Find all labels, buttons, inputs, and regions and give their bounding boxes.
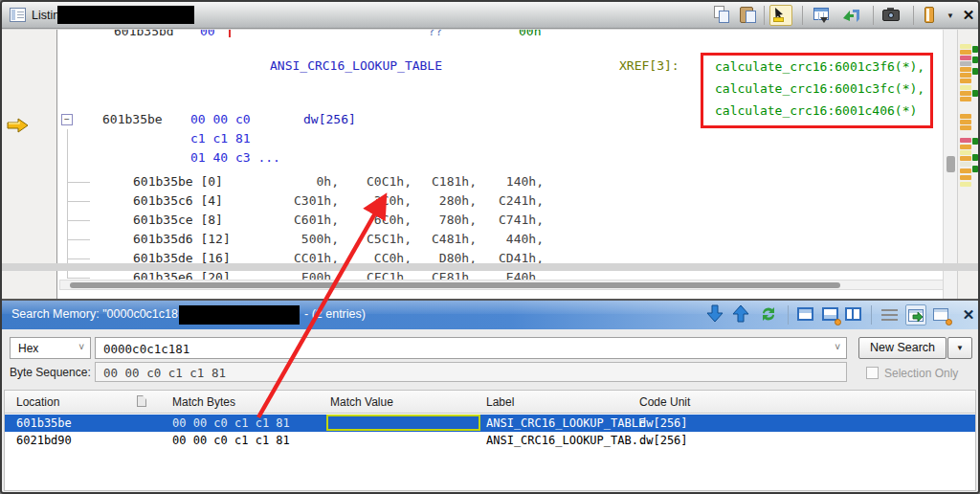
data-block-line[interactable]: c1 c1 81 bbox=[2, 131, 47, 146]
scroll-marker[interactable] bbox=[960, 79, 971, 83]
array-value: 140h, bbox=[477, 174, 544, 189]
listing-panel[interactable]: 601b35bd 00 ?? 00h ANSI_CRC16_LOOKUP_TAB… bbox=[2, 30, 978, 299]
new-search-dropdown-button[interactable]: ▼ bbox=[947, 337, 972, 359]
bookmarks-icon[interactable] bbox=[921, 5, 944, 26]
scroll-marker[interactable] bbox=[960, 156, 971, 161]
scroll-marker[interactable] bbox=[960, 175, 971, 180]
column-header-match-value[interactable]: Match Value bbox=[330, 395, 393, 409]
scroll-marker[interactable] bbox=[960, 114, 971, 119]
paste-icon[interactable] bbox=[737, 5, 760, 26]
green-arrow-glyph bbox=[912, 311, 924, 323]
book-page bbox=[926, 9, 929, 21]
scrollbar-thumb[interactable] bbox=[947, 156, 955, 172]
vertical-scrollbar[interactable] bbox=[943, 30, 957, 299]
array-value: 280h, bbox=[410, 193, 477, 208]
operand: 00h bbox=[519, 30, 541, 38]
column-header-match-bytes[interactable]: Match Bytes bbox=[172, 395, 235, 409]
column-header-code-unit[interactable]: Code Unit bbox=[639, 395, 690, 409]
tree-connector bbox=[67, 258, 90, 259]
xref-header: XREF[3]: bbox=[619, 58, 679, 73]
scroll-marker[interactable] bbox=[960, 61, 971, 66]
array-value: C601h, bbox=[272, 213, 339, 227]
camera-lens bbox=[888, 12, 894, 18]
toolbar-separator bbox=[764, 6, 765, 25]
address: 601b35bd bbox=[114, 30, 174, 38]
scroll-marker[interactable] bbox=[960, 125, 971, 130]
menu-lines-icon[interactable] bbox=[880, 304, 901, 326]
scroll-marker[interactable] bbox=[960, 150, 971, 155]
label-line[interactable]: ANSI_CRC16_LOOKUP_TABLE XREF[3]: bbox=[2, 58, 47, 74]
scroll-marker[interactable] bbox=[972, 68, 978, 75]
layout-bottom-icon[interactable] bbox=[820, 304, 841, 326]
scroll-marker[interactable] bbox=[960, 73, 971, 78]
address-and-index: 601b35be [0] bbox=[133, 174, 223, 189]
scroll-marker[interactable] bbox=[960, 168, 971, 173]
results-table-header[interactable]: Location Match Bytes Match Value Label C… bbox=[5, 391, 975, 414]
orange-dot bbox=[946, 319, 952, 326]
scroll-marker[interactable] bbox=[960, 85, 971, 90]
previous-match-icon[interactable] bbox=[732, 304, 753, 326]
array-value: 780h, bbox=[410, 213, 477, 227]
layout-top-icon[interactable] bbox=[795, 304, 816, 326]
down-arrow-shape bbox=[820, 17, 828, 23]
listing-icon bbox=[10, 8, 26, 22]
data-type-icon[interactable] bbox=[812, 5, 835, 26]
scroll-marker[interactable] bbox=[960, 182, 971, 187]
data-block-line[interactable]: 601b35be 00 00 c0 dw[256] bbox=[2, 112, 47, 127]
listing-cursor-caret bbox=[229, 30, 231, 37]
table-options-icon[interactable] bbox=[931, 304, 952, 326]
collapse-toggle-icon[interactable]: − bbox=[61, 114, 73, 125]
data-label[interactable]: ANSI_CRC16_LOOKUP_TABLE bbox=[270, 58, 442, 73]
listing-line-partial[interactable]: 601b35bd 00 ?? 00h bbox=[2, 30, 47, 39]
cell-code-unit: dw[256] bbox=[639, 416, 688, 430]
scroll-marker[interactable] bbox=[972, 46, 978, 53]
refresh-icon[interactable] bbox=[759, 304, 780, 326]
close-icon[interactable]: ✕ bbox=[957, 5, 980, 26]
next-match-icon[interactable] bbox=[706, 304, 727, 326]
table-row[interactable]: 601b35be00 00 c0 c1 c1 81ANSI_CRC16_LOOK… bbox=[5, 415, 975, 432]
scroll-marker[interactable] bbox=[972, 138, 978, 145]
scroll-marker[interactable] bbox=[960, 56, 971, 60]
scroll-marker[interactable] bbox=[960, 138, 971, 143]
format-select[interactable]: Hex ˅ bbox=[10, 337, 91, 359]
scroll-marker[interactable] bbox=[960, 50, 971, 55]
column-header-location[interactable]: Location bbox=[16, 395, 59, 409]
paste-page bbox=[746, 11, 756, 23]
tree-connector bbox=[67, 278, 90, 279]
scroll-marker[interactable] bbox=[972, 56, 978, 63]
scroll-marker[interactable] bbox=[972, 166, 978, 172]
scrollbar-thumb[interactable] bbox=[70, 282, 840, 288]
refresh-glyph bbox=[759, 304, 778, 324]
scroll-marker[interactable] bbox=[960, 67, 971, 72]
make-selection-icon[interactable] bbox=[905, 304, 926, 326]
scroll-marker[interactable] bbox=[960, 162, 971, 167]
scroll-marker[interactable] bbox=[960, 145, 971, 149]
lines-shape bbox=[881, 309, 898, 321]
diff-view-icon[interactable] bbox=[840, 5, 863, 26]
results-table[interactable]: Location Match Bytes Match Value Label C… bbox=[4, 390, 976, 491]
new-search-button[interactable]: New Search bbox=[858, 337, 947, 359]
horizontal-scrollbar[interactable] bbox=[59, 280, 944, 290]
scroll-marker[interactable] bbox=[960, 44, 971, 49]
layout-split-icon[interactable] bbox=[843, 304, 864, 326]
scroll-marker[interactable] bbox=[960, 91, 971, 96]
copy-icon[interactable] bbox=[712, 5, 735, 26]
toolbar-separator bbox=[871, 305, 872, 325]
match-value-focus-cell[interactable] bbox=[326, 415, 480, 431]
scroll-marker[interactable] bbox=[960, 97, 971, 101]
panel-splitter[interactable] bbox=[2, 263, 978, 271]
snapshot-icon[interactable] bbox=[880, 5, 903, 26]
selection-only-checkbox[interactable] bbox=[866, 367, 879, 379]
close-icon[interactable]: ✕ bbox=[958, 304, 979, 326]
scroll-marker[interactable] bbox=[972, 90, 978, 97]
dropdown-arrow-icon[interactable]: ▼ bbox=[947, 11, 954, 20]
cell-location: 6021bd90 bbox=[16, 434, 72, 447]
scroll-marker[interactable] bbox=[960, 120, 971, 124]
cursor-location-icon[interactable] bbox=[769, 5, 792, 26]
column-header-label[interactable]: Label bbox=[486, 395, 514, 409]
marker-margin[interactable] bbox=[957, 30, 978, 299]
data-block-line[interactable]: 01 40 c3 ... bbox=[2, 150, 47, 166]
table-row[interactable]: 6021bd9000 00 c0 c1 c1 81ANSI_CRC16_LOOK… bbox=[5, 432, 975, 449]
search-input[interactable]: 0000c0c1c181 ˅ bbox=[95, 337, 847, 359]
scroll-marker[interactable] bbox=[972, 154, 978, 161]
